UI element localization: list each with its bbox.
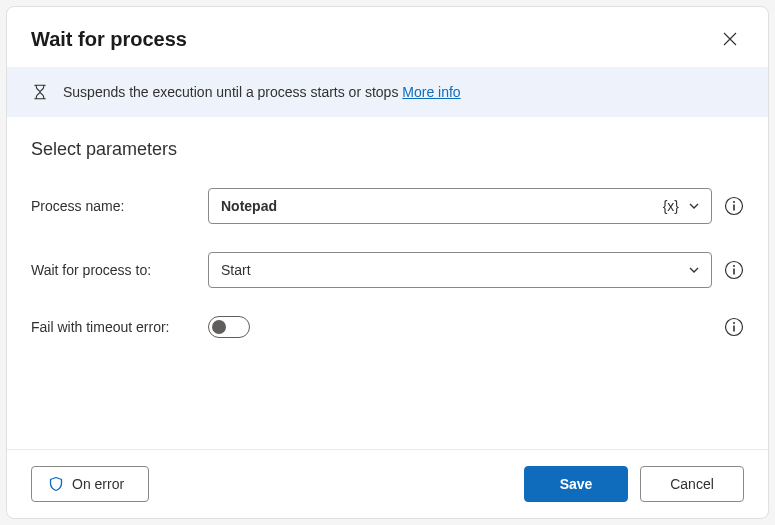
wait-for-row: Wait for process to: Start [31, 252, 744, 288]
process-name-row: Process name: Notepad {x} [31, 188, 744, 224]
toggle-thumb [212, 320, 226, 334]
wait-for-label: Wait for process to: [31, 262, 196, 278]
svg-point-1 [733, 201, 735, 203]
fail-timeout-row: Fail with timeout error: [31, 316, 744, 338]
wait-for-process-dialog: Wait for process Suspends the execution … [6, 6, 769, 519]
hourglass-icon [31, 83, 49, 101]
dialog-body: Select parameters Process name: Notepad … [7, 117, 768, 449]
fail-timeout-toggle[interactable] [208, 316, 250, 338]
dialog-title: Wait for process [31, 28, 187, 51]
info-icon[interactable] [724, 196, 744, 216]
info-icon[interactable] [724, 317, 744, 337]
process-name-combobox[interactable]: Notepad {x} [208, 188, 712, 224]
description-text: Suspends the execution until a process s… [63, 84, 461, 100]
on-error-label: On error [72, 476, 124, 492]
chevron-down-icon [687, 263, 701, 277]
process-name-label: Process name: [31, 198, 196, 214]
close-icon [723, 32, 737, 46]
svg-rect-8 [733, 326, 735, 332]
variable-icon[interactable]: {x} [663, 198, 679, 214]
info-icon[interactable] [724, 260, 744, 280]
wait-for-value: Start [221, 262, 687, 278]
on-error-button[interactable]: On error [31, 466, 149, 502]
description-bar: Suspends the execution until a process s… [7, 67, 768, 117]
process-name-value: Notepad [221, 198, 663, 214]
chevron-down-icon [687, 199, 701, 213]
shield-icon [48, 476, 64, 492]
more-info-link[interactable]: More info [402, 84, 460, 100]
svg-rect-2 [733, 205, 735, 211]
wait-for-select[interactable]: Start [208, 252, 712, 288]
fail-timeout-label: Fail with timeout error: [31, 319, 196, 335]
cancel-button[interactable]: Cancel [640, 466, 744, 502]
dialog-footer: On error Save Cancel [7, 449, 768, 518]
svg-point-4 [733, 265, 735, 267]
section-title: Select parameters [31, 139, 744, 160]
dialog-header: Wait for process [7, 7, 768, 67]
svg-rect-5 [733, 269, 735, 275]
save-button[interactable]: Save [524, 466, 628, 502]
svg-point-7 [733, 322, 735, 324]
close-button[interactable] [716, 25, 744, 53]
